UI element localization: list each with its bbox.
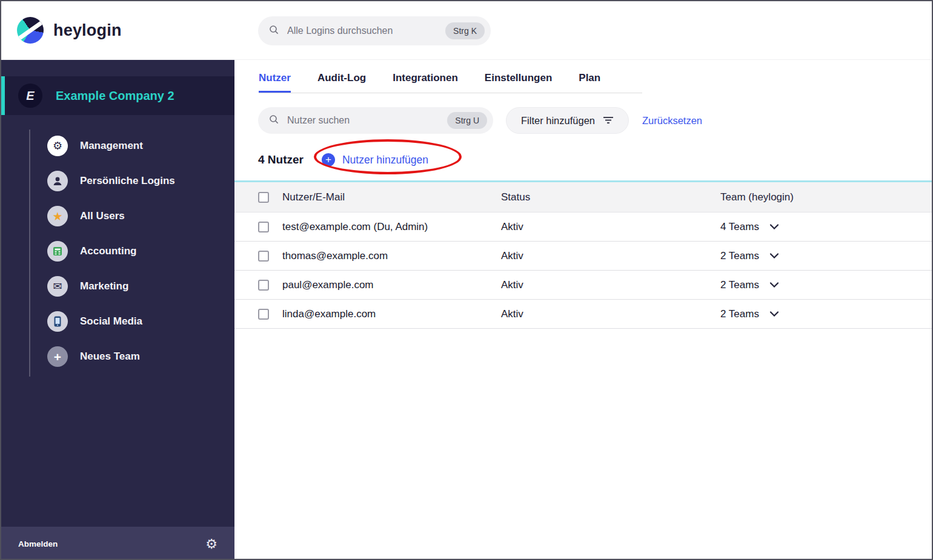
sidebar-item-label: Social Media bbox=[80, 315, 142, 328]
add-filter-button[interactable]: Filter hinzufügen bbox=[506, 107, 629, 134]
star-icon: ★ bbox=[47, 206, 68, 226]
sidebar-nav: ⚙ Management Persönliche Logins ★ All Us… bbox=[1, 128, 234, 374]
tab-integrationen[interactable]: Integrationen bbox=[393, 72, 458, 93]
filter-icon bbox=[603, 115, 614, 127]
table-row[interactable]: test@example.com (Du, Admin) Aktiv 4 Tea… bbox=[234, 212, 932, 242]
sidebar-item-label: Persönliche Logins bbox=[80, 175, 175, 187]
sidebar-item-label: Marketing bbox=[80, 280, 128, 292]
table-row[interactable]: thomas@example.com Aktiv 2 Teams bbox=[234, 242, 932, 271]
column-header-team: Team (heylogin) bbox=[720, 191, 932, 203]
table-row[interactable]: linda@example.com Aktiv 2 Teams bbox=[234, 300, 932, 329]
brand: heylogin bbox=[17, 17, 122, 44]
brand-name: heylogin bbox=[53, 21, 122, 40]
sidebar-item-label: Management bbox=[80, 140, 143, 152]
user-controls: Strg U Filter hinzufügen Zurücksetzen bbox=[258, 107, 932, 134]
sidebar-item-marketing[interactable]: ✉ Marketing bbox=[1, 269, 234, 304]
column-header-status: Status bbox=[501, 191, 720, 203]
search-icon bbox=[269, 25, 279, 37]
user-count-row: 4 Nutzer + Nutzer hinzufügen bbox=[258, 153, 932, 166]
search-icon bbox=[269, 114, 279, 127]
chevron-down-icon[interactable] bbox=[769, 282, 779, 288]
sidebar-item-accounting[interactable]: Accounting bbox=[1, 234, 234, 269]
users-table: Nutzer/E-Mail Status Team (heylogin) tes… bbox=[234, 180, 932, 329]
filter-button-label: Filter hinzufügen bbox=[521, 115, 595, 127]
main-content: Nutzer Audit-Log Integrationen Einstellu… bbox=[234, 60, 932, 559]
add-user-button[interactable]: + Nutzer hinzufügen bbox=[322, 153, 428, 166]
reset-filters-link[interactable]: Zurücksetzen bbox=[642, 115, 702, 127]
user-count: 4 Nutzer bbox=[258, 153, 304, 166]
sidebar-item-personal-logins[interactable]: Persönliche Logins bbox=[1, 163, 234, 199]
column-header-email: Nutzer/E-Mail bbox=[282, 191, 501, 203]
global-search-shortcut: Strg K bbox=[445, 22, 485, 39]
user-search[interactable]: Strg U bbox=[258, 107, 493, 134]
user-email: paul@example.com bbox=[282, 279, 501, 291]
company-logo-icon: E bbox=[18, 84, 42, 108]
envelope-icon: ✉ bbox=[47, 276, 68, 297]
add-user-label: Nutzer hinzufügen bbox=[342, 154, 428, 166]
sidebar-item-management[interactable]: ⚙ Management bbox=[1, 128, 234, 163]
tab-plan[interactable]: Plan bbox=[579, 72, 600, 93]
user-search-input[interactable] bbox=[286, 114, 447, 127]
chevron-down-icon[interactable] bbox=[769, 311, 779, 317]
user-email: linda@example.com bbox=[282, 308, 501, 320]
select-all-checkbox[interactable] bbox=[258, 192, 269, 203]
user-teams: 2 Teams bbox=[720, 308, 759, 320]
global-search-input[interactable] bbox=[286, 25, 445, 37]
user-status: Aktiv bbox=[501, 250, 720, 262]
plus-circle-icon: + bbox=[322, 153, 335, 166]
sidebar-item-label: All Users bbox=[80, 210, 125, 222]
sidebar: E Example Company 2 ⚙ Management Persönl… bbox=[1, 60, 234, 560]
row-checkbox[interactable] bbox=[258, 222, 269, 232]
sidebar-footer: Abmelden ⚙ bbox=[1, 527, 234, 560]
user-status: Aktiv bbox=[501, 221, 720, 233]
company-name: Example Company 2 bbox=[56, 89, 174, 103]
global-search[interactable]: Strg K bbox=[258, 16, 491, 45]
tab-audit-log[interactable]: Audit-Log bbox=[317, 72, 366, 93]
sidebar-item-label: Neues Team bbox=[80, 351, 140, 363]
topbar: heylogin Strg K bbox=[1, 1, 932, 60]
table-header-row: Nutzer/E-Mail Status Team (heylogin) bbox=[234, 182, 932, 212]
tab-einstellungen[interactable]: Einstellungen bbox=[485, 72, 552, 93]
settings-gear-icon[interactable]: ⚙ bbox=[205, 538, 217, 551]
chevron-down-icon[interactable] bbox=[769, 253, 779, 259]
user-search-shortcut: Strg U bbox=[447, 112, 487, 129]
plus-icon: + bbox=[47, 346, 68, 367]
user-teams: 2 Teams bbox=[720, 250, 759, 262]
heylogin-logo-icon bbox=[17, 17, 44, 44]
row-checkbox[interactable] bbox=[258, 251, 269, 262]
sidebar-item-all-users[interactable]: ★ All Users bbox=[1, 199, 234, 234]
row-checkbox[interactable] bbox=[258, 309, 269, 320]
tab-nutzer[interactable]: Nutzer bbox=[259, 72, 291, 93]
company-selector[interactable]: E Example Company 2 bbox=[1, 76, 234, 115]
chevron-down-icon[interactable] bbox=[769, 224, 779, 229]
row-checkbox[interactable] bbox=[258, 280, 269, 291]
table-row[interactable]: paul@example.com Aktiv 2 Teams bbox=[234, 271, 932, 300]
sidebar-item-social-media[interactable]: Social Media bbox=[1, 304, 234, 339]
user-status: Aktiv bbox=[501, 308, 720, 320]
person-icon bbox=[47, 171, 68, 191]
calculator-icon bbox=[47, 241, 68, 262]
phone-icon bbox=[47, 311, 68, 332]
gear-icon: ⚙ bbox=[47, 136, 68, 156]
user-status: Aktiv bbox=[501, 279, 720, 291]
tab-bar: Nutzer Audit-Log Integrationen Einstellu… bbox=[259, 60, 642, 93]
user-email: thomas@example.com bbox=[282, 250, 501, 262]
user-teams: 4 Teams bbox=[720, 221, 759, 233]
logout-button[interactable]: Abmelden bbox=[18, 539, 58, 548]
app-window: heylogin Strg K E Example Company 2 ⚙ Ma… bbox=[0, 0, 933, 560]
sidebar-item-label: Accounting bbox=[80, 245, 137, 257]
user-teams: 2 Teams bbox=[720, 279, 759, 291]
user-email: test@example.com (Du, Admin) bbox=[282, 221, 501, 233]
nav-tree-line bbox=[29, 130, 30, 377]
sidebar-item-new-team[interactable]: + Neues Team bbox=[1, 339, 234, 374]
